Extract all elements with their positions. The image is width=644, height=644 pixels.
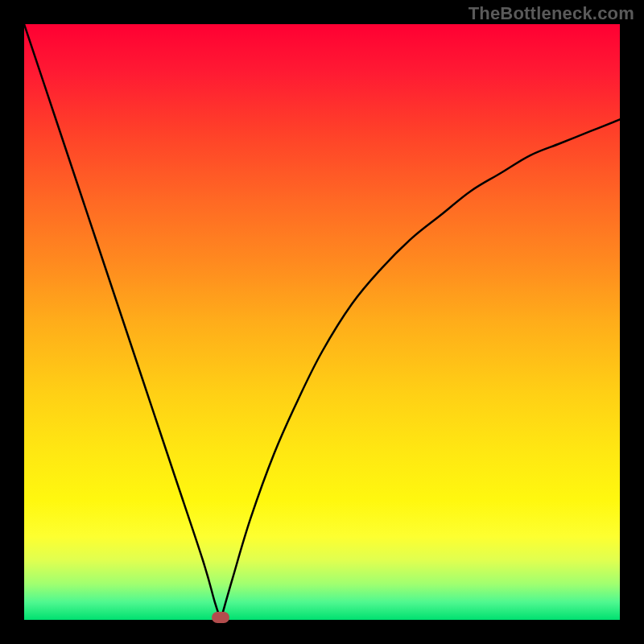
- chart-frame: TheBottleneck.com: [0, 0, 644, 644]
- minimum-marker: [212, 612, 229, 623]
- plot-area: [24, 24, 620, 620]
- watermark-label: TheBottleneck.com: [469, 3, 634, 24]
- bottleneck-curve: [24, 24, 620, 620]
- curve-path: [24, 24, 620, 620]
